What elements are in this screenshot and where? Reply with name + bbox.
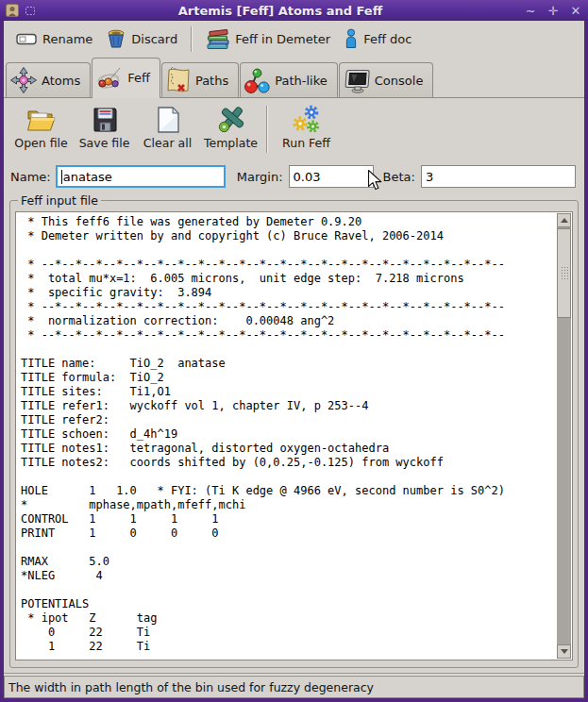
feff-toolbar-separator bbox=[266, 106, 267, 153]
name-label: Name: bbox=[10, 170, 51, 184]
tab-atoms[interactable]: Atoms bbox=[6, 62, 91, 97]
open-file-button[interactable]: Open file bbox=[9, 103, 73, 150]
open-folder-icon bbox=[25, 105, 58, 135]
clear-all-button[interactable]: Clear all bbox=[136, 103, 199, 150]
minimize-button[interactable]: ∼ bbox=[524, 5, 537, 17]
books-icon bbox=[205, 27, 230, 50]
save-file-button[interactable]: Save file bbox=[73, 103, 136, 150]
treasure-map-icon bbox=[165, 66, 192, 94]
artemis-app-icon bbox=[6, 4, 19, 17]
blank-page-icon bbox=[154, 105, 182, 135]
feff-doc-button[interactable]: Feff doc bbox=[337, 26, 418, 51]
feff-input-group-label: Feff input file bbox=[18, 193, 101, 208]
down-arrow-icon bbox=[561, 649, 568, 654]
run-gears-icon bbox=[292, 105, 322, 135]
path-like-molecule-icon bbox=[244, 67, 271, 94]
scroll-up-button[interactable] bbox=[557, 213, 571, 227]
run-feff-button[interactable]: Run Feff bbox=[275, 103, 338, 150]
up-arrow-icon bbox=[561, 218, 568, 223]
feff-input-groupbox: Feff input file * This feff6 file was ge… bbox=[9, 193, 579, 668]
name-input[interactable]: anatase bbox=[56, 165, 226, 188]
status-text: The width in path length of the bin used… bbox=[8, 680, 374, 694]
toolbar-separator bbox=[191, 26, 192, 52]
tab-paths[interactable]: Paths bbox=[161, 62, 239, 97]
feff-input-text[interactable]: * This feff6 file was generated by Demet… bbox=[16, 212, 572, 654]
console-monitor-icon bbox=[343, 67, 371, 94]
scroll-thumb[interactable] bbox=[557, 228, 571, 318]
floppy-disk-icon bbox=[90, 105, 120, 135]
feff-tab-page: Open file Save file bbox=[4, 97, 584, 698]
scroll-down-button[interactable] bbox=[557, 644, 571, 659]
feff-input-textarea[interactable]: * This feff6 file was generated by Demet… bbox=[15, 211, 573, 660]
doc-person-icon bbox=[344, 28, 359, 49]
fields-row: Name: anatase Margin: 0.03 Beta: 3 bbox=[4, 160, 584, 192]
top-toolbar: Rename Discard bbox=[4, 21, 584, 57]
atoms-compass-icon bbox=[9, 66, 38, 94]
tab-console[interactable]: Console bbox=[339, 62, 434, 97]
tab-path-like[interactable]: Path-like bbox=[240, 62, 338, 97]
feff-molecule-icon bbox=[95, 65, 124, 92]
sticky-pin-icon[interactable] bbox=[24, 4, 37, 17]
status-bar: The width in path length of the bin used… bbox=[4, 676, 584, 698]
tab-feff[interactable]: Feff bbox=[92, 58, 160, 98]
feff-toolbar: Open file Save file bbox=[4, 98, 584, 160]
template-button[interactable]: Template bbox=[199, 103, 262, 150]
vertical-scrollbar[interactable] bbox=[557, 213, 571, 659]
maximize-button[interactable]: ✛ bbox=[546, 5, 560, 17]
rename-button[interactable]: Rename bbox=[9, 28, 99, 49]
trash-icon bbox=[106, 28, 126, 49]
tab-bar: Atoms Feff bbox=[4, 57, 584, 97]
margin-input[interactable]: 0.03 bbox=[289, 165, 374, 188]
close-button[interactable]: ✕ bbox=[569, 5, 582, 17]
rename-text-field-icon bbox=[16, 30, 38, 47]
discard-button[interactable]: Discard bbox=[99, 26, 184, 51]
artemis-feff-window: Artemis [Feff] Atoms and Feff ∼ ✛ ✕ Rena… bbox=[0, 0, 588, 702]
text-caret bbox=[61, 170, 62, 184]
margin-label: Margin: bbox=[237, 170, 283, 184]
beta-label: Beta: bbox=[383, 170, 415, 184]
template-puzzle-icon bbox=[216, 105, 246, 135]
window-content: Rename Discard bbox=[4, 21, 584, 698]
titlebar[interactable]: Artemis [Feff] Atoms and Feff ∼ ✛ ✕ bbox=[0, 0, 588, 21]
window-title: Artemis [Feff] Atoms and Feff bbox=[37, 4, 524, 18]
feff-in-demeter-button[interactable]: Feff in Demeter bbox=[198, 25, 337, 52]
thumb-grip bbox=[562, 267, 563, 268]
beta-input[interactable]: 3 bbox=[421, 165, 576, 188]
